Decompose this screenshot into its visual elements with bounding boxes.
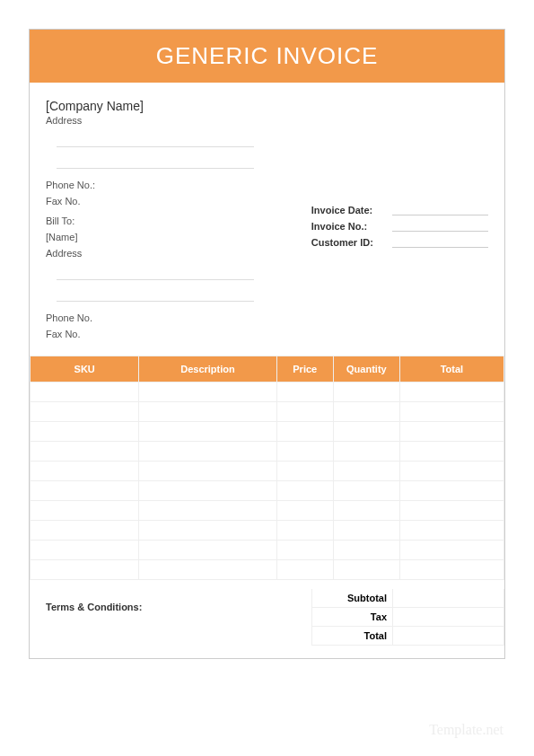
- table-cell[interactable]: [399, 442, 503, 462]
- table-cell[interactable]: [31, 560, 139, 580]
- table-cell[interactable]: [139, 422, 276, 442]
- table-cell[interactable]: [31, 501, 139, 521]
- table-cell[interactable]: [139, 462, 276, 481]
- table-cell[interactable]: [276, 422, 333, 442]
- tax-label: Tax: [312, 608, 393, 627]
- company-phone-label: Phone No.:: [46, 180, 289, 190]
- table-cell[interactable]: [139, 442, 276, 462]
- table-cell[interactable]: [139, 521, 276, 541]
- table-cell[interactable]: [31, 442, 139, 462]
- table-row: [31, 382, 504, 402]
- table-cell[interactable]: [276, 462, 333, 481]
- bill-to-address-label: Address: [46, 248, 289, 259]
- table-row: [31, 422, 504, 442]
- company-address-label: Address: [46, 115, 488, 126]
- total-value[interactable]: [393, 627, 504, 646]
- table-cell[interactable]: [31, 402, 139, 422]
- table-cell[interactable]: [276, 501, 333, 521]
- invoice-date-input[interactable]: [392, 205, 488, 215]
- table-cell[interactable]: [139, 382, 276, 402]
- table-row: [31, 521, 504, 541]
- table-cell[interactable]: [399, 521, 503, 541]
- header-quantity: Quantity: [333, 356, 399, 382]
- table-cell[interactable]: [139, 481, 276, 501]
- table-cell[interactable]: [399, 462, 503, 481]
- table-cell[interactable]: [31, 521, 139, 541]
- table-cell[interactable]: [333, 501, 399, 521]
- table-cell[interactable]: [139, 560, 276, 580]
- table-cell[interactable]: [399, 422, 503, 442]
- bill-to-address-line-1[interactable]: [57, 264, 254, 280]
- table-cell[interactable]: [399, 402, 503, 422]
- total-label: Total: [312, 627, 393, 646]
- subtotal-value[interactable]: [393, 589, 504, 608]
- bill-to-address-line-2[interactable]: [57, 286, 254, 302]
- company-fax-label: Fax No.: [46, 196, 289, 207]
- table-row: [31, 402, 504, 422]
- invoice-date-label: Invoice Date:: [311, 205, 392, 215]
- invoice-meta: Invoice Date: Invoice No.: Customer ID:: [311, 180, 488, 345]
- table-cell[interactable]: [276, 382, 333, 402]
- table-cell[interactable]: [399, 382, 503, 402]
- table-cell[interactable]: [139, 402, 276, 422]
- customer-id-label: Customer ID:: [311, 237, 392, 248]
- watermark: Template.net: [429, 722, 503, 738]
- table-cell[interactable]: [399, 481, 503, 501]
- table-cell[interactable]: [276, 560, 333, 580]
- bill-to-name: [Name]: [46, 232, 289, 242]
- header-price: Price: [276, 356, 333, 382]
- table-row: [31, 442, 504, 462]
- tax-value[interactable]: [393, 608, 504, 627]
- customer-id-input[interactable]: [392, 237, 488, 248]
- table-cell[interactable]: [333, 382, 399, 402]
- table-row: [31, 501, 504, 521]
- subtotal-label: Subtotal: [312, 589, 393, 608]
- invoice-number-label: Invoice No.:: [311, 221, 392, 232]
- table-cell[interactable]: [276, 442, 333, 462]
- table-cell[interactable]: [31, 422, 139, 442]
- table-cell[interactable]: [139, 501, 276, 521]
- table-cell[interactable]: [31, 462, 139, 481]
- table-cell[interactable]: [31, 481, 139, 501]
- table-cell[interactable]: [276, 541, 333, 560]
- table-cell[interactable]: [31, 541, 139, 560]
- table-cell[interactable]: [333, 462, 399, 481]
- terms-label: Terms & Conditions:: [46, 589, 311, 646]
- header-sku: SKU: [31, 356, 139, 382]
- table-cell[interactable]: [333, 402, 399, 422]
- table-cell[interactable]: [333, 422, 399, 442]
- table-cell[interactable]: [31, 382, 139, 402]
- header-total: Total: [399, 356, 503, 382]
- table-row: [31, 481, 504, 501]
- footer: Terms & Conditions: Subtotal Tax Total: [30, 580, 504, 658]
- table-cell[interactable]: [139, 541, 276, 560]
- bill-to-fax-label: Fax No.: [46, 329, 289, 339]
- table-cell[interactable]: [333, 481, 399, 501]
- company-address-line-2[interactable]: [57, 153, 254, 169]
- table-cell[interactable]: [333, 442, 399, 462]
- table-row: [31, 541, 504, 560]
- table-cell[interactable]: [276, 481, 333, 501]
- items-table: SKU Description Price Quantity Total: [30, 356, 504, 580]
- table-cell[interactable]: [399, 560, 503, 580]
- bill-to-phone-label: Phone No.: [46, 312, 289, 323]
- table-cell[interactable]: [276, 521, 333, 541]
- bill-to-heading: Bill To:: [46, 215, 289, 226]
- table-cell[interactable]: [333, 521, 399, 541]
- company-address-line-1[interactable]: [57, 131, 254, 147]
- invoice-container: GENERIC INVOICE [Company Name] Address P…: [29, 29, 505, 659]
- invoice-title: GENERIC INVOICE: [30, 30, 504, 83]
- table-row: [31, 462, 504, 481]
- table-row: [31, 560, 504, 580]
- company-name: [Company Name]: [46, 99, 488, 113]
- table-cell[interactable]: [333, 541, 399, 560]
- table-cell[interactable]: [333, 560, 399, 580]
- summary-box: Subtotal Tax Total: [311, 589, 504, 646]
- info-block: [Company Name] Address Phone No.: Fax No…: [30, 83, 504, 356]
- table-cell[interactable]: [276, 402, 333, 422]
- table-cell[interactable]: [399, 501, 503, 521]
- invoice-number-input[interactable]: [392, 221, 488, 232]
- table-cell[interactable]: [399, 541, 503, 560]
- header-description: Description: [139, 356, 276, 382]
